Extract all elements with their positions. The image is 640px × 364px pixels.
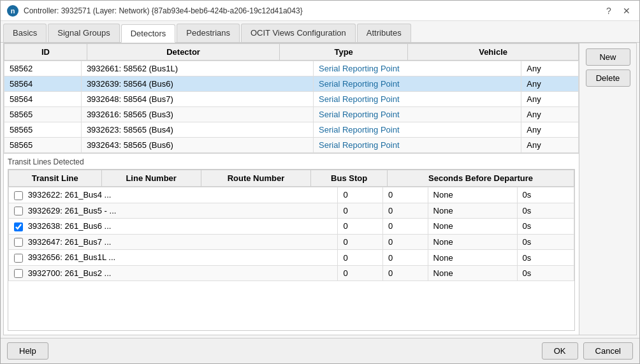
tab-bar: Basics Signal Groups Detectors Pedestria… [1, 21, 639, 43]
tab-signal-groups[interactable]: Signal Groups [48, 24, 119, 42]
transit-line-label: 3932647: 261_Bus7 ... [28, 237, 112, 247]
detector-id: 58565 [4, 138, 82, 153]
transit-line-cell: 3932700: 261_Bus2 ... [9, 265, 338, 281]
detector-vehicle: Any [521, 138, 579, 153]
bottom-right-buttons: OK Cancel [542, 342, 633, 360]
transit-section: Transit Lines Detected Transit Line Line… [4, 154, 579, 335]
detector-id: 58564 [4, 92, 82, 107]
tab-pedestrians[interactable]: Pedestrians [177, 24, 240, 42]
transit-table-row[interactable]: 3932647: 261_Bus7 ... 0 0 None 0s [9, 234, 574, 250]
detector-table-row[interactable]: 58562 3932661: 58562 (Bus1L) Serial Repo… [4, 61, 579, 76]
detector-type: Serial Reporting Point [314, 76, 521, 92]
help-button-bottom[interactable]: Help [7, 342, 48, 360]
transit-table-body: 3932622: 261_Bus4 ... 0 0 None 0s 393262… [8, 187, 574, 281]
transit-seconds: 0s [517, 203, 574, 219]
transit-col-stop: Bus Stop [311, 170, 388, 187]
transit-bus-stop: None [428, 234, 517, 250]
transit-table-row[interactable]: 3932622: 261_Bus4 ... 0 0 None 0s [9, 187, 574, 203]
tab-detectors[interactable]: Detectors [121, 24, 176, 43]
transit-table-row[interactable]: 3932656: 261_Bus1L ... 0 0 None 0s [9, 250, 574, 266]
col-header-vehicle: Vehicle [408, 44, 579, 61]
col-header-id: ID [4, 44, 87, 61]
transit-line-cell: 3932647: 261_Bus7 ... [9, 234, 338, 250]
transit-seconds: 0s [517, 250, 574, 266]
transit-bus-stop: None [428, 187, 517, 203]
transit-route-number: 0 [383, 219, 428, 235]
transit-seconds: 0s [517, 265, 574, 281]
detector-table: ID Detector Type Vehicle [4, 43, 579, 61]
transit-line-number: 0 [338, 219, 383, 235]
transit-col-route: Route Number [201, 170, 310, 187]
detector-table-row[interactable]: 58565 3932643: 58565 (Bus6) Serial Repor… [4, 138, 579, 153]
transit-seconds: 0s [517, 234, 574, 250]
content-area: ID Detector Type Vehicle 58562 3932661: … [4, 43, 579, 335]
transit-bus-stop: None [428, 219, 517, 235]
bottom-bar: Help OK Cancel [1, 338, 639, 363]
transit-line-cell: 3932638: 261_Bus6 ... [9, 219, 338, 235]
title-bar: n Controller: 3932571 (Layer: Network) {… [1, 1, 639, 21]
detector-table-row[interactable]: 58564 3932639: 58564 (Bus6) Serial Repor… [4, 76, 579, 92]
transit-checkbox[interactable] [14, 254, 23, 263]
transit-table-scroll[interactable]: 3932622: 261_Bus4 ... 0 0 None 0s 393262… [8, 187, 574, 330]
col-header-type: Type [280, 44, 408, 61]
transit-header-table: Transit Line Line Number Route Number Bu… [8, 170, 574, 187]
transit-checkbox[interactable] [14, 191, 23, 200]
right-buttons-panel: New Delete [579, 43, 636, 335]
detector-type: Serial Reporting Point [314, 92, 521, 107]
transit-checkbox[interactable] [14, 238, 23, 247]
detector-type: Serial Reporting Point [314, 61, 521, 76]
transit-bus-stop: None [428, 203, 517, 219]
detector-table-row[interactable]: 58564 3932648: 58564 (Bus7) Serial Repor… [4, 92, 579, 107]
transit-table-row[interactable]: 3932638: 261_Bus6 ... 0 0 None 0s [9, 219, 574, 235]
col-header-detector: Detector [87, 44, 279, 61]
transit-line-label: 3932629: 261_Bus5 - ... [28, 206, 117, 215]
tab-ocit-views[interactable]: OCIT Views Configuration [241, 24, 356, 42]
cancel-button[interactable]: Cancel [583, 342, 633, 360]
transit-seconds: 0s [517, 187, 574, 203]
transit-col-number: Line Number [101, 170, 201, 187]
transit-checkbox[interactable] [14, 269, 23, 278]
detector-vehicle: Any [521, 76, 579, 92]
help-button[interactable]: ? [602, 4, 615, 17]
title-bar-left: n Controller: 3932571 (Layer: Network) {… [7, 5, 303, 17]
detector-table-row[interactable]: 58565 3932616: 58565 (Bus3) Serial Repor… [4, 107, 579, 122]
transit-line-cell: 3932629: 261_Bus5 - ... [9, 203, 338, 219]
transit-line-cell: 3932622: 261_Bus4 ... [9, 187, 338, 203]
detector-name: 3932623: 58565 (Bus4) [81, 122, 313, 138]
detector-id: 58565 [4, 107, 82, 122]
main-window: n Controller: 3932571 (Layer: Network) {… [0, 0, 640, 364]
detector-table-row[interactable]: 58565 3932623: 58565 (Bus4) Serial Repor… [4, 122, 579, 138]
transit-bus-stop: None [428, 265, 517, 281]
detector-vehicle: Any [521, 122, 579, 138]
transit-seconds: 0s [517, 219, 574, 235]
detector-name: 3932616: 58565 (Bus3) [81, 107, 313, 122]
delete-button[interactable]: Delete [586, 69, 630, 87]
detector-table-container: ID Detector Type Vehicle 58562 3932661: … [4, 43, 579, 154]
app-icon: n [7, 5, 18, 17]
detector-id: 58564 [4, 76, 82, 92]
transit-table-outer: Transit Line Line Number Route Number Bu… [8, 169, 575, 331]
transit-route-number: 0 [383, 203, 428, 219]
detector-id: 58562 [4, 61, 82, 76]
transit-checkbox[interactable] [14, 222, 23, 231]
transit-col-line: Transit Line [9, 170, 102, 187]
transit-route-number: 0 [383, 234, 428, 250]
transit-line-label: 3932638: 261_Bus6 ... [28, 221, 112, 231]
transit-line-cell: 3932656: 261_Bus1L ... [9, 250, 338, 266]
transit-line-number: 0 [338, 250, 383, 266]
transit-checkbox[interactable] [14, 207, 23, 215]
new-button[interactable]: New [586, 48, 630, 66]
detector-type: Serial Reporting Point [314, 107, 521, 122]
detector-name: 3932639: 58564 (Bus6) [81, 76, 313, 92]
transit-table-row[interactable]: 3932700: 261_Bus2 ... 0 0 None 0s [9, 265, 574, 281]
detector-table-scroll[interactable]: 58562 3932661: 58562 (Bus1L) Serial Repo… [4, 61, 579, 153]
detector-name: 3932661: 58562 (Bus1L) [81, 61, 313, 76]
close-button[interactable]: ✕ [620, 4, 633, 17]
transit-bus-stop: None [428, 250, 517, 266]
tab-attributes[interactable]: Attributes [357, 24, 411, 42]
transit-table-row[interactable]: 3932629: 261_Bus5 - ... 0 0 None 0s [9, 203, 574, 219]
tab-basics[interactable]: Basics [3, 24, 47, 42]
transit-line-number: 0 [338, 203, 383, 219]
ok-button[interactable]: OK [542, 342, 578, 360]
transit-label: Transit Lines Detected [8, 157, 575, 166]
